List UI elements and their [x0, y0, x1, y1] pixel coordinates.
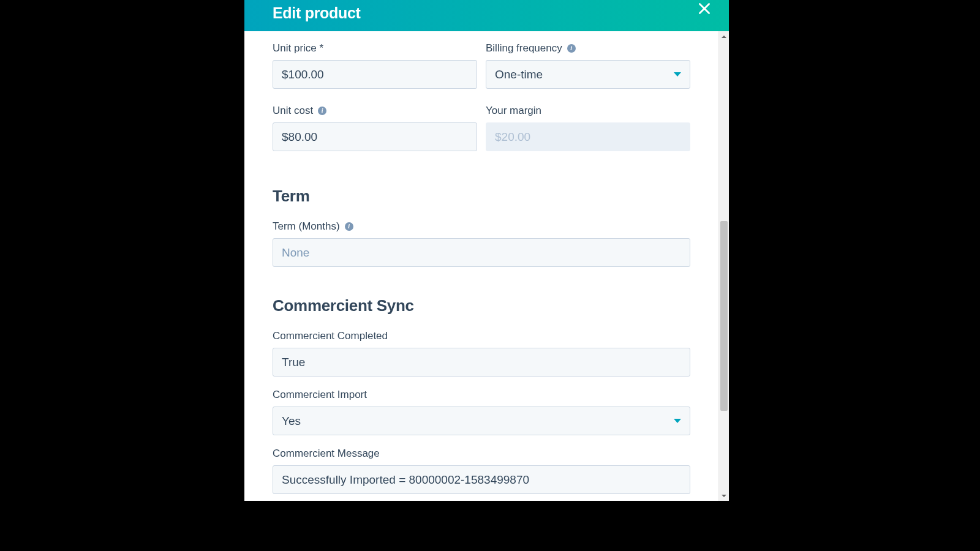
- sync-section-title: Commercient Sync: [273, 296, 690, 315]
- chevron-down-icon: [721, 493, 727, 499]
- scrollbar-up-arrow[interactable]: [719, 31, 729, 42]
- your-margin-value: $20.00: [486, 122, 690, 151]
- term-months-label: Term (Months) i: [273, 220, 690, 233]
- your-margin-label: Your margin: [486, 105, 690, 117]
- label-text: Term (Months): [273, 220, 340, 233]
- label-text: Billing frequency: [486, 42, 562, 54]
- input-value: Successfully Imported = 80000002-1583499…: [282, 473, 529, 487]
- term-months-input[interactable]: None: [273, 238, 690, 267]
- modal-title: Edit product: [273, 4, 361, 22]
- unit-price-field: Unit price * $100.00: [273, 42, 477, 89]
- chevron-up-icon: [721, 34, 727, 40]
- info-icon[interactable]: i: [318, 107, 326, 115]
- term-section-title: Term: [273, 187, 690, 206]
- billing-frequency-field: Billing frequency i One-time: [486, 42, 690, 89]
- scrollbar-thumb[interactable]: [720, 221, 728, 411]
- scrollbar-down-arrow[interactable]: [719, 490, 729, 501]
- unit-price-label: Unit price *: [273, 42, 477, 54]
- select-value: One-time: [495, 68, 543, 81]
- commercient-import-label: Commercient Import: [273, 389, 690, 401]
- close-button[interactable]: [695, 0, 714, 18]
- commercient-import-select[interactable]: Yes: [273, 407, 690, 435]
- billing-frequency-label: Billing frequency i: [486, 42, 690, 54]
- input-value: $100.00: [282, 68, 324, 81]
- label-text: Unit cost: [273, 105, 313, 117]
- select-value: Yes: [282, 414, 301, 428]
- input-value: $20.00: [495, 130, 530, 144]
- label-text: Commercient Completed: [273, 330, 388, 342]
- your-margin-field: Your margin $20.00: [486, 105, 690, 151]
- scroll-area: Unit price * $100.00 Billing frequency i…: [244, 31, 729, 501]
- close-icon: [696, 1, 712, 17]
- commercient-completed-field: Commercient Completed True: [273, 330, 690, 377]
- scrollbar[interactable]: [718, 31, 729, 501]
- edit-product-panel: Edit product Unit price * $100.00: [244, 0, 729, 501]
- label-text: Commercient Import: [273, 389, 367, 401]
- modal-header: Edit product: [244, 0, 729, 31]
- info-icon[interactable]: i: [567, 44, 576, 53]
- commercient-message-field: Commercient Message Successfully Importe…: [273, 448, 690, 494]
- billing-frequency-select[interactable]: One-time: [486, 60, 690, 89]
- unit-price-input[interactable]: $100.00: [273, 60, 477, 89]
- info-icon[interactable]: i: [345, 222, 353, 231]
- input-value: $80.00: [282, 130, 317, 144]
- chevron-down-icon: [674, 72, 681, 77]
- form-content: Unit price * $100.00 Billing frequency i…: [244, 31, 718, 501]
- commercient-import-field: Commercient Import Yes: [273, 389, 690, 435]
- unit-cost-field: Unit cost i $80.00: [273, 105, 477, 151]
- stage: Edit product Unit price * $100.00: [44, 0, 936, 501]
- chevron-down-icon: [674, 419, 681, 423]
- label-text: Commercient Message: [273, 448, 380, 460]
- commercient-message-input[interactable]: Successfully Imported = 80000002-1583499…: [273, 465, 690, 494]
- commercient-message-label: Commercient Message: [273, 448, 690, 460]
- input-value: True: [282, 356, 305, 369]
- input-placeholder: None: [282, 246, 309, 260]
- unit-cost-input[interactable]: $80.00: [273, 122, 477, 151]
- label-text: Your margin: [486, 105, 541, 117]
- unit-cost-label: Unit cost i: [273, 105, 477, 117]
- term-months-field: Term (Months) i None: [273, 220, 690, 267]
- commercient-completed-label: Commercient Completed: [273, 330, 690, 342]
- commercient-completed-input[interactable]: True: [273, 348, 690, 377]
- label-text: Unit price *: [273, 42, 323, 54]
